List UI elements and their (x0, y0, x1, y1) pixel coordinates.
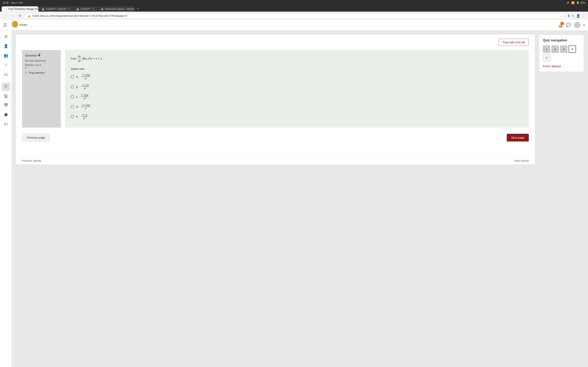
tab-studyx-icon: 📚 (101, 8, 104, 10)
option-c-radio[interactable] (71, 95, 74, 99)
option-b-row: b. −1−2y x2 (71, 83, 523, 90)
question-num-bold: 4 (38, 53, 40, 57)
question-answer-row: Question 4 Not yet answered Marked out o… (22, 50, 529, 128)
flag-question-button[interactable]: 🏳 Flag question (25, 71, 58, 74)
profile-icon[interactable]: 👤 (576, 14, 580, 18)
tab-bar: 📄 Kuis Terstruktur Minggu Ke- ✕ 🤖 ChatGP… (0, 6, 588, 12)
back-button[interactable]: ← (2, 13, 8, 18)
option-e-value: −1−y x2 (81, 113, 88, 120)
question-status: Not yet answered (25, 59, 58, 62)
option-c-value: 1−2xy x2 (80, 93, 89, 100)
derivative-numerator: dy (78, 54, 81, 59)
avatar-dropdown[interactable]: ▾ (583, 24, 585, 27)
title-bar: 18:36 Sab, 5 Okt ⚡ 📶 🔋 88% (0, 0, 588, 6)
question-text: Cari dy dx jika x2y + x = 1 (71, 54, 523, 63)
user-avatar[interactable] (574, 22, 580, 28)
question-info-panel: Question 4 Not yet answered Marked out o… (22, 50, 61, 128)
finish-attempt-link[interactable]: Finish attempt ... (543, 65, 580, 68)
option-b-frac: −1−2y x2 (81, 83, 89, 90)
wifi-icon: 📶 (571, 1, 575, 4)
sidebar-item-star[interactable]: ☆ (2, 61, 10, 69)
battery-display: 🔋 88% (576, 1, 586, 4)
nav-num-5[interactable]: 5 (543, 54, 550, 61)
tab-chatgpt2-icon: 🤖 (76, 8, 79, 10)
tab-kuis[interactable]: 📄 Kuis Terstruktur Minggu Ke- ✕ (2, 6, 38, 12)
quiz-nav-numbers: 1 2 3 4 5 (543, 45, 580, 61)
main-content: Time left 0:52:05 Question 4 Not yet ans… (12, 31, 539, 367)
tab-chatgpt2[interactable]: 🤖 ChatGPT ✕ (73, 6, 98, 12)
nav-num-4[interactable]: 4 (569, 45, 576, 53)
top-right-icons: 🔔 4 💬 ▾ (558, 22, 585, 28)
tab-chatgpt1[interactable]: 🤖 ChatGPT | OpenAI ✕ (39, 6, 73, 12)
option-a-value: −1−2xy x2 (81, 73, 91, 80)
sidebar-icons: ☰ 👤 👥 ☆ 📖 ⏱ 🏠 📅 🎓 🏷 (0, 31, 12, 367)
nav-num-2[interactable]: 2 (552, 45, 559, 53)
time-display: 18:36 (2, 1, 9, 4)
address-field[interactable]: 🔒 kuliah.itera.ac.id/mod/quiz/attempt.ph… (25, 13, 566, 18)
tab-studyx-label: Homework Space - StudyX (105, 8, 134, 10)
option-a-key: a. (76, 75, 79, 78)
sidebar-item-book[interactable]: 📖 (2, 70, 10, 78)
question-number: Question 4 (25, 53, 58, 58)
option-e-key: e. (76, 115, 79, 118)
new-tab-button[interactable]: + (135, 6, 140, 12)
reload-button[interactable]: ↻ (17, 13, 23, 18)
option-b-key: b. (76, 85, 79, 89)
previous-page-button[interactable]: Previous page (22, 134, 50, 142)
sidebar-item-badge[interactable]: 🏷 (2, 120, 10, 128)
app-top-nav: ☰ ITERA 🔔 4 💬 ▾ (0, 20, 588, 31)
option-d-value: −1−2xy x (81, 104, 91, 110)
option-b-value: −1−2y x2 (81, 83, 90, 90)
option-c-row: c. 1−2xy x2 (71, 93, 523, 100)
sidebar-item-group[interactable]: 👥 (2, 51, 10, 59)
option-b-radio[interactable] (71, 85, 74, 89)
derivative-fraction: dy dx (78, 54, 81, 63)
url-display: kuliah.itera.ac.id/mod/quiz/attempt.php?… (33, 14, 559, 17)
sidebar-item-clock[interactable]: ⏱ (2, 83, 10, 91)
share-icon[interactable]: ⎋ (572, 14, 574, 17)
download-icon[interactable]: ⬇ (567, 14, 570, 18)
sidebar-item-calendar[interactable]: 📅 (2, 101, 10, 109)
date-display: Sab, 5 Okt (11, 1, 23, 4)
itera-logo[interactable]: ITERA (11, 21, 27, 30)
nav-num-3[interactable]: 3 (560, 45, 567, 53)
option-a-row: a. −1−2xy x2 (71, 73, 523, 80)
tab-studyx[interactable]: 📚 Homework Space - StudyX ✕ (98, 6, 135, 12)
hamburger-menu[interactable]: ☰ (3, 23, 7, 27)
sidebar-item-users[interactable]: 👤 (2, 42, 10, 50)
tab-chatgpt2-close[interactable]: ✕ (92, 8, 95, 10)
sidebar-item-graduation[interactable]: 🎓 (2, 111, 10, 119)
quiz-nav-panel: Quiz navigation 1 2 3 4 5 Finish attempt… (539, 35, 584, 72)
nav-num-1[interactable]: 1 (543, 45, 550, 53)
timer-label: Time left (502, 41, 514, 44)
menu-icon[interactable]: ⋮ (582, 14, 586, 18)
chat-icon[interactable]: 💬 (566, 23, 571, 27)
tab-chatgpt2-label: ChatGPT (80, 8, 91, 10)
question-marked: Marked out of 1 (25, 63, 58, 69)
option-a-radio[interactable] (71, 75, 74, 78)
notifications-container[interactable]: 🔔 4 (558, 23, 563, 27)
prev-activity-label[interactable]: Previous activity (22, 159, 41, 162)
app-layout: ☰ 👤 👥 ☆ 📖 ⏱ 🏠 📅 🎓 🏷 Time left 0:52:05 (0, 31, 588, 367)
tab-chatgpt1-close[interactable]: ✕ (67, 8, 70, 10)
sidebar-item-home[interactable]: 🏠 (2, 92, 10, 100)
question-intro: Cari (71, 57, 76, 60)
derivative-denominator: dx (78, 59, 81, 63)
sidebar-item-list[interactable]: ☰ (2, 33, 10, 41)
option-d-frac: −1−2xy x (81, 104, 91, 110)
quiz-nav-title: Quiz navigation (543, 39, 580, 42)
next-activity-label[interactable]: Next activity (515, 159, 529, 162)
option-c-frac: 1−2xy x2 (81, 93, 89, 100)
flag-icon: 🏳 (25, 71, 27, 74)
option-d-radio[interactable] (71, 105, 74, 108)
tab-kuis-icon: 📄 (4, 8, 7, 10)
forward-button[interactable]: → (10, 13, 16, 18)
select-one-label: Select one: (71, 67, 523, 71)
option-e-radio[interactable] (71, 115, 74, 118)
option-e-row: e. −1−y x2 (71, 113, 523, 120)
next-page-button[interactable]: Next page (507, 134, 529, 142)
timer-box: Time left 0:52:05 (498, 39, 529, 46)
bookmark-icon[interactable]: ☆ (560, 14, 563, 17)
timer-value: 0:52:05 (515, 41, 525, 44)
bluetooth-icon: ⚡ (566, 1, 570, 4)
